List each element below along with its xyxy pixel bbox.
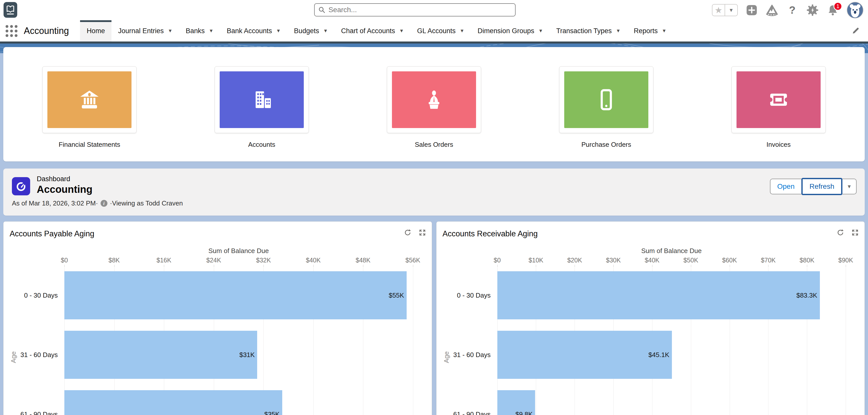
tile-slot-financial-statements: Financial Statements — [3, 66, 176, 162]
value-axis-title: Sum of Balance Due — [64, 247, 413, 255]
guidance-center-button[interactable] — [766, 3, 778, 17]
tile-color-swatch — [220, 71, 304, 128]
global-header: ★ ▼ ? — [0, 0, 868, 20]
axis-tick-label: $40K — [645, 256, 659, 264]
chart-refresh-button[interactable] — [837, 229, 844, 237]
nav-tabs: HomeJournal Entries▼Banks▼Bank Accounts▼… — [80, 20, 673, 41]
ticket-icon — [766, 88, 791, 112]
help-button[interactable]: ? — [786, 3, 799, 17]
axis-tick-label: $30K — [606, 256, 621, 264]
tab-dimension-groups[interactable]: Dimension Groups▼ — [471, 20, 550, 41]
axis-tick-mark — [768, 265, 769, 267]
chart-accounts-receivable-aging: Accounts Receivable AgingSum of Balance … — [436, 221, 865, 415]
global-search[interactable] — [314, 3, 516, 16]
chevron-down-icon: ▼ — [323, 28, 328, 34]
bar-0-30-days[interactable]: $83.3K — [497, 271, 820, 319]
axis-tick-mark — [536, 265, 536, 267]
edit-nav-button[interactable] — [851, 26, 860, 36]
global-actions-button[interactable] — [745, 3, 758, 17]
chart-refresh-button[interactable] — [404, 229, 411, 237]
dashboard-charts-row: Accounts Payable AgingSum of Balance Due… — [3, 221, 865, 415]
tab-label: Transaction Types — [556, 27, 612, 35]
setup-button[interactable] — [806, 3, 819, 17]
notification-badge: 1 — [834, 2, 842, 11]
dashboard-header: Dashboard Accounting As of Mar 18, 2026,… — [3, 169, 865, 216]
tile-accounts[interactable] — [215, 66, 309, 133]
buildings-icon — [250, 88, 274, 112]
bar-value-label: $9.8K — [515, 410, 532, 415]
bar-0-30-days[interactable]: $55K — [64, 271, 407, 319]
axis-tick-label: $8K — [108, 256, 120, 264]
favorites-list-button[interactable]: ▼ — [724, 4, 738, 16]
tab-transaction-types[interactable]: Transaction Types▼ — [550, 20, 627, 41]
tile-invoices[interactable] — [732, 66, 826, 133]
tab-label: Home — [87, 27, 105, 35]
tab-home[interactable]: Home — [80, 20, 112, 41]
category-axis-title: Age — [10, 351, 18, 363]
dashboard-more-actions-button[interactable]: ▼ — [842, 179, 857, 194]
tab-label: Bank Accounts — [227, 27, 272, 35]
axis-tick-mark — [114, 265, 115, 267]
bar-31-60-days[interactable]: $45.1K — [497, 331, 672, 379]
tab-reports[interactable]: Reports▼ — [627, 20, 673, 41]
tile-label: Accounts — [248, 141, 275, 148]
tab-label: Reports — [633, 27, 658, 35]
chart-title: Accounts Receivable Aging — [443, 229, 538, 238]
tab-label: Budgets — [294, 27, 319, 35]
axis-tick-label: $90K — [838, 256, 853, 264]
tile-label: Invoices — [766, 141, 790, 148]
chart-expand-button[interactable] — [418, 229, 426, 237]
tab-label: Journal Entries — [118, 27, 164, 35]
refresh-icon — [837, 229, 844, 236]
axis-tick-mark — [164, 265, 164, 267]
bar-value-label: $45.1K — [648, 351, 669, 359]
tab-banks[interactable]: Banks▼ — [179, 20, 220, 41]
chevron-down-icon: ▼ — [728, 7, 734, 13]
notifications-button[interactable]: 1 — [827, 3, 839, 17]
expand-icon — [851, 229, 859, 236]
chart-expand-button[interactable] — [851, 229, 859, 237]
tile-sales-orders[interactable] — [387, 66, 481, 133]
tab-chart-of-accounts[interactable]: Chart of Accounts▼ — [335, 20, 410, 41]
dashboard-title: Accounting — [37, 184, 92, 195]
tile-slot-accounts: Accounts — [176, 66, 348, 162]
open-button[interactable]: Open — [770, 179, 801, 194]
axis-tick-label: $24K — [206, 256, 221, 264]
axis-tick-mark — [64, 265, 65, 267]
chevron-down-icon: ▼ — [209, 28, 214, 34]
refresh-button[interactable]: Refresh — [801, 178, 842, 195]
tab-gl-accounts[interactable]: GL Accounts▼ — [410, 20, 471, 41]
bar-61-90-days[interactable]: $9.8K — [497, 390, 535, 415]
plot-area: $55K$31K$35K — [64, 268, 413, 415]
tab-label: Dimension Groups — [477, 27, 534, 35]
tab-bank-accounts[interactable]: Bank Accounts▼ — [220, 20, 287, 41]
phone-icon — [594, 88, 618, 112]
bar-61-90-days[interactable]: $35K — [64, 390, 282, 415]
favorite-star-button[interactable]: ★ — [712, 4, 725, 16]
user-profile-button[interactable] — [847, 3, 863, 17]
chevron-down-icon: ▼ — [399, 28, 404, 34]
axis-tick-label: $0 — [61, 256, 68, 264]
dashboard-entity-icon — [12, 177, 30, 195]
axis-tick-mark — [497, 265, 498, 267]
search-icon — [318, 6, 325, 14]
org-logo[interactable] — [4, 2, 17, 18]
axis-tick-mark — [730, 265, 730, 267]
star-icon: ★ — [715, 5, 722, 15]
as-of-text: As of Mar 18, 2026, 3:02 PM· — [12, 199, 98, 207]
tab-journal-entries[interactable]: Journal Entries▼ — [112, 20, 179, 41]
gear-icon — [806, 4, 818, 16]
chart-accounts-payable-aging: Accounts Payable AgingSum of Balance Due… — [3, 221, 432, 415]
axis-tick-label: $56K — [405, 256, 420, 264]
tile-purchase-orders[interactable] — [559, 66, 653, 133]
app-launcher-button[interactable] — [5, 24, 18, 38]
axis-tick-label: $32K — [256, 256, 271, 264]
tile-financial-statements[interactable] — [42, 66, 136, 133]
bar-31-60-days[interactable]: $31K — [64, 331, 257, 379]
refresh-icon — [404, 229, 411, 236]
axis-tick-label: $16K — [157, 256, 171, 264]
search-input[interactable] — [328, 6, 512, 14]
bar-value-label: $35K — [264, 410, 280, 415]
info-icon[interactable]: i — [101, 200, 107, 207]
tab-budgets[interactable]: Budgets▼ — [287, 20, 335, 41]
